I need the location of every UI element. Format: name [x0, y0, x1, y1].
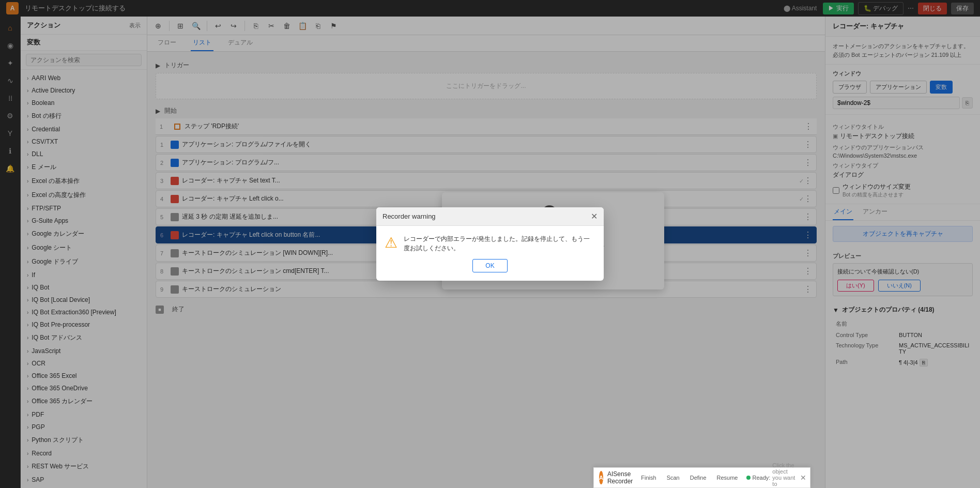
ready-text: Ready: [753, 475, 771, 481]
dialog-actions: OK [385, 259, 595, 272]
aisense-title: AISense Recorder [607, 470, 633, 485]
aisense-actions: Finish Scan Define Resume [637, 473, 742, 482]
ready-desc: Click the object you want to automate [772, 462, 796, 488]
dialog-title-bar: Recorder warning ✕ [376, 207, 604, 226]
warning-triangle-icon: ⚠ [385, 234, 397, 251]
modal-overlay: Recorder warning ✕ ⚠ レコーダーで内部エラーが発生しました。… [0, 0, 980, 488]
dialog-title: Recorder warning [382, 212, 436, 220]
warning-message: レコーダーで内部エラーが発生しました。記録を停止して、もう一度お試しください。 [404, 234, 595, 253]
ready-dot [746, 476, 751, 480]
aisense-close-btn[interactable]: ✕ [800, 474, 806, 482]
aisense-finish-btn[interactable]: Finish [637, 473, 660, 482]
aisense-resume-btn[interactable]: Resume [713, 473, 742, 482]
dialog-close-btn[interactable]: ✕ [591, 211, 598, 221]
aisense-avatar: A [599, 471, 603, 484]
aisense-define-btn[interactable]: Define [686, 473, 711, 482]
aisense-bar: A AISense Recorder Finish Scan Define Re… [593, 467, 810, 488]
aisense-status: Ready: Click the object you want to auto… [746, 462, 797, 488]
dialog-body: ⚠ レコーダーで内部エラーが発生しました。記録を停止して、もう一度お試しください… [376, 226, 604, 281]
aisense-scan-btn[interactable]: Scan [663, 473, 684, 482]
warning-row: ⚠ レコーダーで内部エラーが発生しました。記録を停止して、もう一度お試しください… [385, 234, 595, 253]
dialog-ok-btn[interactable]: OK [472, 259, 507, 272]
recorder-warning-dialog: Recorder warning ✕ ⚠ レコーダーで内部エラーが発生しました。… [376, 207, 604, 281]
